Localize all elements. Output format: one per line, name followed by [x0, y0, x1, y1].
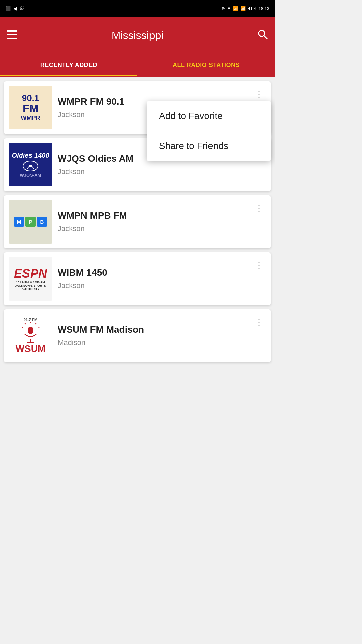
circle-plus-icon: ⊕ — [221, 6, 225, 11]
more-button-wibm[interactable]: ⋮ — [252, 258, 266, 272]
menu-button[interactable] — [7, 30, 17, 41]
station-logo-wibm: ESPN 101.9 FM & 1450 AMJACKSON'S SPORTS … — [9, 257, 52, 301]
context-menu: Add to Favorite Share to Friends — [147, 101, 271, 161]
station-info-wibm: WIBM 1450 Jackson — [52, 267, 252, 290]
station-card-wmpn[interactable]: M P B WMPN MPB FM Jackson ⋮ — [4, 195, 271, 248]
signal1-icon: 📶 — [233, 6, 238, 11]
svg-rect-12 — [28, 327, 33, 334]
wsum-label: WSUM — [16, 343, 46, 354]
svg-line-9 — [38, 327, 39, 328]
signal2-icon: 📶 — [240, 6, 246, 11]
more-button-wmpr[interactable]: ⋮ — [252, 87, 266, 101]
mpb-b-block: B — [37, 217, 47, 227]
svg-rect-1 — [7, 34, 17, 35]
mpb-m-block: M — [14, 217, 24, 227]
status-bar: ⬛ ◀ 🖼 ⊕ ▼ 📶 📶 41% 18:13 — [0, 0, 275, 17]
station-logo-wmpr: 90.1 FM WMPR — [9, 86, 52, 129]
station-logo-wmpn: M P B — [9, 200, 52, 244]
station-card-wmpr[interactable]: 90.1 FM WMPR WMPR FM 90.1 Jackson ⋮ Add … — [4, 81, 271, 134]
svg-point-3 — [259, 30, 265, 36]
back-icon: ◀ — [13, 6, 17, 11]
espn-text: ESPN — [14, 267, 47, 281]
svg-line-11 — [22, 327, 23, 328]
tab-recently-label: RECENTLY ADDED — [40, 62, 97, 69]
app-bar: Mississippi — [0, 17, 275, 54]
tab-all-label: ALL RADIO STATIONS — [173, 62, 240, 69]
svg-line-10 — [25, 323, 26, 324]
station-name-wsum: WSUM FM Madison — [58, 324, 247, 335]
notification-icon: ⬛ — [5, 6, 11, 11]
tab-recently-added[interactable]: RECENTLY ADDED — [0, 54, 137, 76]
station-card-wibm[interactable]: ESPN 101.9 FM & 1450 AMJACKSON'S SPORTS … — [4, 252, 271, 305]
image-icon: 🖼 — [19, 6, 24, 11]
add-favorite-menu-item[interactable]: Add to Favorite — [147, 101, 271, 131]
station-logo-wjqs: Oldies 1400 WJOS-AM — [9, 143, 52, 186]
page-title: Mississippi — [112, 29, 164, 42]
mpb-p-block: P — [25, 217, 36, 227]
svg-point-6 — [29, 165, 32, 167]
svg-rect-0 — [7, 30, 17, 32]
station-name-wmpn: WMPN MPB FM — [58, 210, 247, 221]
share-friends-menu-item[interactable]: Share to Friends — [147, 131, 271, 161]
station-city-wmpn: Jackson — [58, 224, 247, 233]
wifi-icon: ▼ — [227, 6, 231, 11]
status-bar-left: ⬛ ◀ 🖼 — [5, 6, 24, 11]
stations-list: 90.1 FM WMPR WMPR FM 90.1 Jackson ⋮ Add … — [0, 77, 275, 366]
more-button-wmpn[interactable]: ⋮ — [252, 201, 266, 215]
tabs-bar: RECENTLY ADDED ALL RADIO STATIONS — [0, 54, 275, 77]
station-info-wmpn: WMPN MPB FM Jackson — [52, 210, 252, 233]
status-bar-right: ⊕ ▼ 📶 📶 41% 18:13 — [221, 6, 269, 11]
station-city-wibm: Jackson — [58, 281, 247, 290]
station-name-wibm: WIBM 1450 — [58, 267, 247, 278]
svg-line-4 — [264, 36, 267, 39]
station-logo-wsum: 91.7 FM WSUM — [9, 314, 52, 358]
espn-sub-text: 101.9 FM & 1450 AMJACKSON'S SPORTS AUTHO… — [9, 281, 52, 291]
tab-all-radio-stations[interactable]: ALL RADIO STATIONS — [137, 54, 275, 76]
station-info-wsum: WSUM FM Madison Madison — [52, 324, 252, 347]
time-display: 18:13 — [258, 6, 269, 11]
svg-rect-2 — [7, 38, 17, 39]
station-city-wsum: Madison — [58, 338, 247, 347]
search-button[interactable] — [257, 29, 268, 42]
svg-line-8 — [35, 323, 36, 324]
more-button-wsum[interactable]: ⋮ — [252, 315, 266, 329]
wsum-freq-text: 91.7 FM — [24, 318, 37, 322]
station-card-wsum[interactable]: 91.7 FM WSUM WSUM FM Madison Madison — [4, 309, 271, 362]
battery-text: 41% — [248, 6, 256, 11]
station-city-wjqs: Jackson — [58, 167, 247, 176]
